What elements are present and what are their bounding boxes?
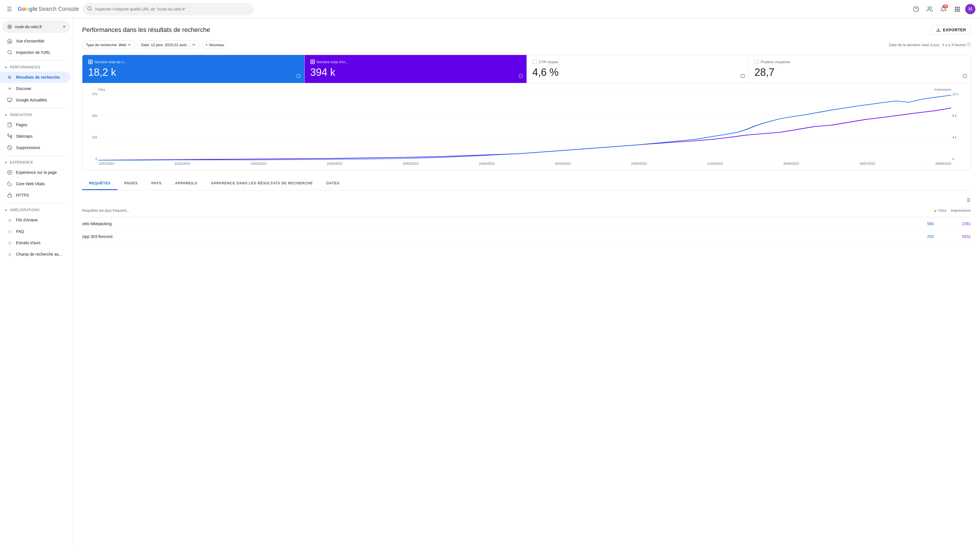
avatar[interactable]: M [965,4,975,14]
svg-rect-8 [955,8,956,10]
section-label-performances: Performances [10,65,40,69]
search-input[interactable] [95,7,249,11]
arrow-icon-indexation: ▼ [5,113,7,117]
section-header-ameliorations[interactable]: ▼ Améliorations [0,206,73,214]
sidebar-item-core-web-vitals[interactable]: Core Web Vitals [0,178,70,189]
x-label-11: 19/07/2023 [859,162,875,165]
main-content: Performances dans les résultats de reche… [73,18,980,546]
sidebar-item-pages-label: Pages [16,122,27,127]
logo-text: Google Search Console [18,6,79,12]
section-header-experience[interactable]: ▼ Expérience [0,158,73,167]
sidebar-item-discover[interactable]: ✳ Discover [0,83,70,94]
block-icon [7,145,13,151]
card-value-position: 28,7 [754,67,965,78]
sidebar-item-pages[interactable]: Pages [0,119,70,130]
search-icon [87,6,92,12]
sidebar-item-google-news[interactable]: Google Actualités [0,94,70,106]
metric-card-position[interactable]: Position moyenne 28,7 [749,55,970,83]
export-label: EXPORTER [943,28,966,32]
y-right-4k: 4 k [952,136,966,139]
sidebar-item-faq[interactable]: ◇ FAQ [0,226,70,237]
sidebar-item-champ-recherche[interactable]: ◇ Champ de recherche as... [0,249,70,260]
x-label-6: 16/04/2023 [479,162,495,165]
svg-rect-9 [957,8,958,10]
edit-icon-date: ✏ [192,43,196,47]
plus-icon: + [205,43,208,47]
tab-pages[interactable]: PAGES [118,177,145,190]
sidebar-item-search-results-label: Résultats de recherche [16,75,60,79]
svg-rect-12 [957,10,958,12]
card-info-ctr [740,74,745,79]
table-row[interactable]: zipp 303 firecrest 255 5831 [82,230,971,243]
card-label-position: Position moyenne [760,60,790,64]
edit-icon: ✏ [128,43,131,47]
metric-card-impressions[interactable]: Nombre total d'im... 394 k [305,55,527,83]
sidebar-item-overview[interactable]: Vue d'ensemble [0,35,70,47]
tabs-container: REQUÊTES PAGES PAYS APPAREILS APPARENCE … [82,177,971,190]
svg-point-15 [8,51,11,54]
metric-card-ctr[interactable]: CTR moyen 4,6 % [527,55,749,83]
row-values-2: 255 5831 [920,234,971,239]
logo[interactable]: Google Search Console [18,6,79,12]
search-type-filter[interactable]: Type de recherche: Web ✏ [82,40,135,49]
section-header-indexation[interactable]: ▼ Indexation [0,111,73,119]
sidebar-item-https[interactable]: HTTPS [0,189,70,201]
section-header-performances[interactable]: ▼ Performances [0,63,73,71]
tab-appareils[interactable]: APPAREILS [168,177,204,190]
news-icon [7,97,13,103]
google-g-icon: G [7,75,13,80]
table-row[interactable]: velo bikepacking 584 2381 [82,217,971,230]
sidebar-item-page-experience[interactable]: Expérience sur la page [0,167,70,178]
row-impressions-1: 2381 [957,221,971,226]
x-label-4: 10/03/2023 [326,162,342,165]
sidebar-item-url-inspection[interactable]: Inspection de l'URL [0,47,70,58]
sidebar-item-url-inspection-label: Inspection de l'URL [16,50,51,55]
metric-card-clicks[interactable]: Nombre total de c... 18,2 k [83,55,305,83]
search-bar[interactable] [83,3,253,15]
svg-point-0 [88,6,91,10]
col-header-clicks[interactable]: Clics [933,208,947,213]
sidebar-item-sitemaps[interactable]: Sitemaps [0,130,70,142]
y-right-12k: 12 k [952,92,966,96]
sidebar-item-extraits-avis[interactable]: ◇ Extraits d'avis [0,237,70,249]
tab-dates[interactable]: DATES [320,177,347,190]
notification-badge: 78 [943,5,948,8]
svg-rect-5 [955,6,956,8]
sidebar-item-breadcrumbs-label: Fils d'Ariane [16,218,38,222]
export-button[interactable]: EXPORTER [931,25,971,35]
card-label-impressions: Nombre total d'im... [317,60,348,64]
row-query-1: velo bikepacking [82,221,112,226]
topbar-right: 78 M [910,3,975,15]
card-info-clicks [296,74,301,79]
new-filter-button[interactable]: + Nouveau [202,41,228,49]
col-header-impressions[interactable]: Impressions [951,208,971,213]
people-icon-btn[interactable] [924,3,935,15]
help-icon-btn[interactable] [910,3,922,15]
y-left-375: 375 [87,92,97,96]
hamburger-icon[interactable]: ☰ [5,3,14,15]
sitemap-icon [7,133,13,139]
tab-requetes[interactable]: REQUÊTES [82,177,118,190]
svg-rect-27 [8,195,12,197]
nav-divider-2 [5,108,68,108]
row-clicks-1: 584 [920,221,934,226]
sidebar-item-extraits-avis-label: Extraits d'avis [16,241,40,245]
card-info-position [963,74,967,79]
tab-pays[interactable]: PAYS [145,177,168,190]
notification-icon-btn[interactable]: 78 [938,3,949,15]
tab-apparence[interactable]: APPARENCE DANS LES RÉSULTATS DE RECHERCH… [204,177,320,190]
discover-icon: ✳ [7,86,13,92]
apps-icon-btn[interactable] [951,3,963,15]
faq-icon: ◇ [7,229,13,234]
sidebar-item-suppressions[interactable]: Suppressions [0,142,70,153]
table-filter-icon[interactable] [965,197,971,204]
table-container: Requêtes les plus fréquent... Clics Impr… [82,206,971,243]
svg-rect-22 [11,137,12,138]
sidebar-item-search-results[interactable]: G Résultats de recherche [0,71,70,83]
sidebar: route-du-velo.fr ▼ Vue d'ensemble Inspec… [0,18,73,546]
sidebar-item-breadcrumbs[interactable]: ◇ Fils d'Ariane [0,214,70,226]
date-range-filter[interactable]: Date: 12 janv. 2023-22 août ... ✏ [137,40,199,49]
sidebar-item-faq-label: FAQ [16,229,24,234]
site-selector[interactable]: route-du-velo.fr ▼ [2,21,70,33]
svg-point-25 [8,170,12,175]
